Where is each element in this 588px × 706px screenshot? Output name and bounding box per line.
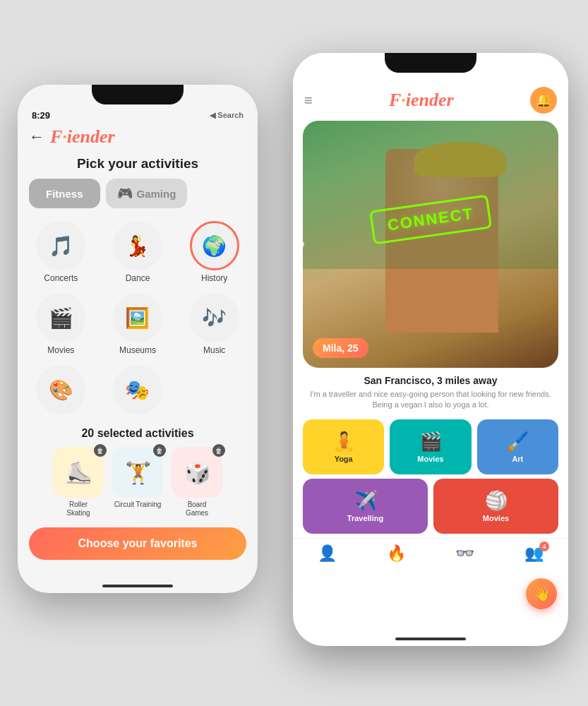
selected-count: 20 selected activities bbox=[18, 421, 258, 444]
movies-circle: 🎬 bbox=[36, 293, 85, 342]
nav-discover[interactable]: 🔥 bbox=[387, 544, 406, 563]
back-button[interactable]: ← bbox=[29, 128, 44, 146]
card-container: CONNECT Mila, 25 bbox=[303, 121, 558, 368]
menu-icon[interactable]: ≡ bbox=[304, 92, 313, 109]
fab-button[interactable]: 👋 bbox=[526, 578, 557, 609]
interest-movies2[interactable]: 🏐 Movies bbox=[433, 479, 558, 534]
right-logo-dot: · bbox=[401, 90, 406, 110]
time-display: 8:29 bbox=[32, 110, 50, 121]
interest-yoga[interactable]: 🧘 Yoga bbox=[303, 419, 384, 474]
activity-misc2[interactable]: 🎭 bbox=[100, 361, 176, 421]
right-notch bbox=[385, 53, 476, 73]
tab-gaming[interactable]: 🎮 Gaming bbox=[106, 179, 188, 208]
fab-icon: 👋 bbox=[533, 585, 551, 602]
movies-icon: 🎬 bbox=[419, 431, 442, 453]
tab-gaming-label: Gaming bbox=[137, 188, 176, 200]
movies2-icon: 🏐 bbox=[485, 490, 508, 512]
right-logo: F·iender bbox=[389, 90, 454, 111]
interest-art[interactable]: 🖌️ Art bbox=[477, 419, 558, 474]
interest-travelling[interactable]: ✈️ Travelling bbox=[303, 479, 428, 534]
interests-row2: ✈️ Travelling 🏐 Movies bbox=[293, 479, 568, 538]
roller-label: RollerSkating bbox=[66, 501, 90, 517]
museums-circle: 🖼️ bbox=[113, 293, 162, 342]
profile-bio: I'm a traveller and nice easy-going pers… bbox=[304, 389, 557, 411]
board-delete-badge: 🗑 bbox=[212, 444, 225, 457]
travelling-icon: ✈️ bbox=[354, 490, 377, 512]
art-icon: 🖌️ bbox=[506, 431, 529, 453]
travelling-label: Travelling bbox=[347, 514, 383, 522]
plant-decor bbox=[303, 121, 558, 269]
activity-movies[interactable]: 🎬 Movies bbox=[23, 289, 99, 359]
profile-location: San Francisco, 3 miles away bbox=[304, 375, 557, 386]
notch bbox=[92, 85, 184, 104]
selected-roller-skating[interactable]: ⛸️ 🗑 RollerSkating bbox=[50, 444, 107, 520]
activity-music[interactable]: 🎶 Music bbox=[176, 289, 252, 359]
choose-favorites-button[interactable]: Choose your favorites bbox=[29, 527, 246, 560]
activity-dance[interactable]: 💃 Dance bbox=[100, 217, 176, 287]
notification-button[interactable]: 🔔 bbox=[530, 87, 557, 114]
activity-history[interactable]: 🌍 History bbox=[176, 217, 252, 287]
bottom-nav: 👤 🔥 👓 👥 4 bbox=[293, 538, 568, 566]
activities-grid: 🎵 Concerts 💃 Dance 🌍 History 🎬 Movies 🖼️ bbox=[18, 217, 258, 421]
movies2-label: Movies bbox=[483, 514, 509, 522]
profile-info: San Francisco, 3 miles away I'm a travel… bbox=[293, 368, 568, 415]
circuit-training-tile: 🏋️ 🗑 bbox=[112, 447, 163, 498]
history-circle: 🌍 bbox=[190, 221, 239, 270]
nav-search[interactable]: 👓 bbox=[455, 544, 474, 563]
board-games-tile: 🎲 🗑 bbox=[172, 447, 222, 498]
profile-name-badge: Mila, 25 bbox=[313, 338, 368, 358]
activity-concerts[interactable]: 🎵 Concerts bbox=[23, 217, 99, 287]
misc2-circle: 🎭 bbox=[113, 365, 162, 414]
roller-delete-badge: 🗑 bbox=[94, 444, 107, 457]
yoga-icon: 🧘 bbox=[332, 431, 355, 453]
activity-misc1[interactable]: 🎨 bbox=[23, 361, 99, 421]
gaming-icon: 🎮 bbox=[117, 186, 133, 201]
home-indicator bbox=[102, 585, 173, 587]
dance-circle: 💃 bbox=[113, 221, 162, 270]
tab-fitness[interactable]: Fitness bbox=[29, 179, 100, 208]
top-bar: ← F·iender bbox=[18, 124, 258, 153]
selected-activities-row: ⛸️ 🗑 RollerSkating 🏋️ 🗑 Circuit Training… bbox=[18, 444, 258, 520]
tab-fitness-label: Fitness bbox=[46, 188, 83, 200]
concerts-circle: 🎵 bbox=[36, 221, 85, 270]
tabs-container: Fitness 🎮 Gaming bbox=[18, 179, 258, 208]
history-label: History bbox=[201, 273, 227, 283]
messages-badge: 4 bbox=[539, 542, 549, 551]
scene: 8:29 ◀ Search ← F·iender Pick your activ… bbox=[0, 0, 588, 706]
right-phone: ≡ F·iender 🔔 CONNECT Mila, 25 bbox=[293, 53, 568, 646]
circuit-delete-badge: 🗑 bbox=[153, 444, 166, 457]
left-phone: 8:29 ◀ Search ← F·iender Pick your activ… bbox=[18, 85, 258, 593]
music-label: Music bbox=[203, 345, 225, 355]
left-logo: F·iender bbox=[50, 126, 115, 148]
selected-circuit-training[interactable]: 🏋️ 🗑 Circuit Training bbox=[109, 444, 166, 520]
nav-messages[interactable]: 👥 4 bbox=[524, 544, 544, 563]
nav-profile[interactable]: 👤 bbox=[318, 544, 337, 563]
right-top-nav: ≡ F·iender 🔔 bbox=[293, 84, 568, 121]
logo-dot: · bbox=[62, 126, 67, 147]
right-home-indicator bbox=[395, 638, 466, 640]
interest-movies[interactable]: 🎬 Movies bbox=[390, 419, 471, 474]
dance-label: Dance bbox=[126, 273, 150, 283]
misc1-circle: 🎨 bbox=[36, 365, 85, 414]
yoga-label: Yoga bbox=[335, 455, 353, 463]
profile-photo: CONNECT Mila, 25 bbox=[303, 121, 558, 368]
concerts-label: Concerts bbox=[44, 273, 78, 283]
roller-skating-tile: ⛸️ 🗑 bbox=[53, 447, 104, 498]
activity-museums[interactable]: 🖼️ Museums bbox=[100, 289, 176, 359]
circuit-label: Circuit Training bbox=[114, 501, 162, 509]
art-label: Art bbox=[512, 455, 523, 463]
interests-grid: 🧘 Yoga 🎬 Movies 🖌️ Art bbox=[293, 415, 568, 479]
movies-label: Movies bbox=[47, 345, 74, 355]
museums-label: Museums bbox=[119, 345, 156, 355]
selected-board-games[interactable]: 🎲 🗑 BoardGames bbox=[169, 444, 225, 520]
page-title: Pick your activities bbox=[18, 153, 258, 179]
search-label: ◀ Search bbox=[210, 111, 244, 120]
music-circle: 🎶 bbox=[190, 293, 239, 342]
movies-label: Movies bbox=[417, 455, 443, 463]
board-label: BoardGames bbox=[186, 501, 208, 517]
